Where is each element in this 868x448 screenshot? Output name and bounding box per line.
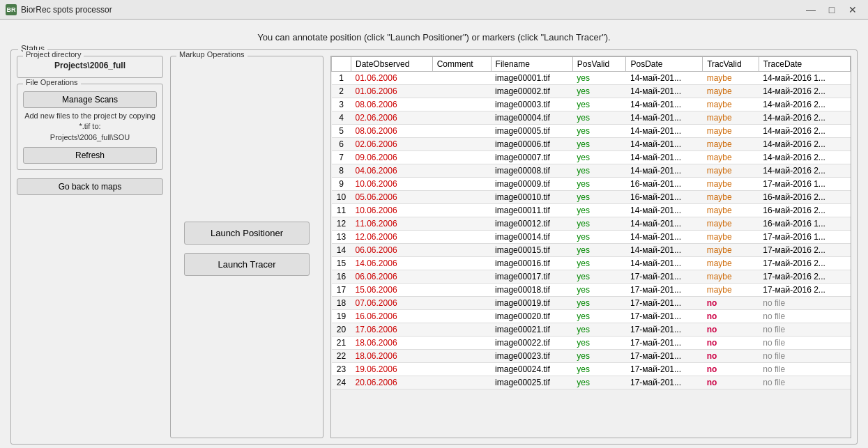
cell-pos-valid: yes <box>572 217 626 231</box>
cell-trac-valid: maybe <box>703 244 759 257</box>
cell-num: 5 <box>332 125 351 138</box>
cell-pos-valid: yes <box>572 297 626 310</box>
cell-pos-date: 14-май-201... <box>626 164 703 178</box>
cell-comment <box>432 297 491 310</box>
table-row[interactable]: 4 02.06.2006 image00004.tif yes 14-май-2… <box>332 111 851 125</box>
cell-trac-valid: no <box>703 337 759 350</box>
cell-filename: image00022.tif <box>491 337 572 350</box>
cell-date: 06.06.2006 <box>351 244 433 257</box>
cell-date: 02.06.2006 <box>351 111 433 125</box>
table-row[interactable]: 21 18.06.2006 image00022.tif yes 17-май-… <box>332 337 851 350</box>
launch-positioner-button[interactable]: Launch Positioner <box>184 222 310 245</box>
project-directory-path: Projects\2006_full <box>23 61 157 72</box>
maximize-button[interactable]: □ <box>822 2 842 17</box>
cell-num: 24 <box>332 376 351 389</box>
close-button[interactable]: ✕ <box>843 2 862 17</box>
cell-pos-valid: yes <box>572 376 626 389</box>
cell-pos-date: 14-май-201... <box>626 231 703 244</box>
cell-date: 18.06.2006 <box>351 337 433 350</box>
table-row[interactable]: 19 16.06.2006 image00020.tif yes 17-май-… <box>332 310 851 323</box>
left-panel: Project directory Projects\2006_full Fil… <box>17 56 163 438</box>
cell-num: 2 <box>332 85 351 98</box>
main-content: You can annotate position (click "Launch… <box>0 20 868 448</box>
cell-trac-valid: no <box>703 376 759 389</box>
table-row[interactable]: 13 12.06.2006 image00014.tif yes 14-май-… <box>332 231 851 244</box>
table-row[interactable]: 7 09.06.2006 image00007.tif yes 14-май-2… <box>332 151 851 164</box>
table-header-row: DateObserved Comment Filename PosValid P… <box>332 57 851 72</box>
table-row[interactable]: 20 17.06.2006 image00021.tif yes 17-май-… <box>332 323 851 337</box>
table-scroll-area[interactable]: DateObserved Comment Filename PosValid P… <box>331 56 851 438</box>
refresh-button[interactable]: Refresh <box>23 147 157 164</box>
cell-comment <box>432 164 491 178</box>
cell-trac-valid: maybe <box>703 164 759 178</box>
cell-num: 12 <box>332 217 351 231</box>
markup-operations-label: Markup Operations <box>176 50 248 59</box>
table-row[interactable]: 9 10.06.2006 image00009.tif yes 16-май-2… <box>332 178 851 191</box>
cell-num: 1 <box>332 72 351 85</box>
cell-pos-date: 17-май-201... <box>626 337 703 350</box>
cell-filename: image00009.tif <box>491 178 572 191</box>
cell-trac-valid: maybe <box>703 72 759 85</box>
cell-trace-date: 17-май-2016 1... <box>759 178 850 191</box>
cell-pos-date: 17-май-201... <box>626 270 703 284</box>
cell-pos-valid: yes <box>572 204 626 217</box>
cell-pos-date: 14-май-201... <box>626 111 703 125</box>
data-table-panel: DateObserved Comment Filename PosValid P… <box>330 56 851 438</box>
table-row[interactable]: 16 06.06.2006 image00017.tif yes 17-май-… <box>332 270 851 284</box>
table-row[interactable]: 15 14.06.2006 image00016.tif yes 14-май-… <box>332 257 851 270</box>
table-row[interactable]: 1 01.06.2006 image00001.tif yes 14-май-2… <box>332 72 851 85</box>
table-row[interactable]: 8 04.06.2006 image00008.tif yes 14-май-2… <box>332 164 851 178</box>
table-row[interactable]: 22 18.06.2006 image00023.tif yes 17-май-… <box>332 350 851 363</box>
cell-filename: image00021.tif <box>491 323 572 337</box>
table-row[interactable]: 24 20.06.2006 image00025.tif yes 17-май-… <box>332 376 851 389</box>
table-row[interactable]: 11 10.06.2006 image00011.tif yes 14-май-… <box>332 204 851 217</box>
table-row[interactable]: 10 05.06.2006 image00010.tif yes 16-май-… <box>332 191 851 204</box>
table-row[interactable]: 18 07.06.2006 image00019.tif yes 17-май-… <box>332 297 851 310</box>
markup-operations-panel: Markup Operations Launch Positioner Laun… <box>170 56 323 438</box>
col-pos-valid: PosValid <box>572 57 626 72</box>
col-trac-valid: TracValid <box>703 57 759 72</box>
cell-pos-valid: yes <box>572 337 626 350</box>
cell-pos-date: 14-май-201... <box>626 204 703 217</box>
project-directory-group: Project directory Projects\2006_full <box>17 56 163 78</box>
table-row[interactable]: 6 02.06.2006 image00006.tif yes 14-май-2… <box>332 138 851 151</box>
cell-pos-date: 14-май-201... <box>626 85 703 98</box>
table-row[interactable]: 5 08.06.2006 image00005.tif yes 14-май-2… <box>332 125 851 138</box>
table-row[interactable]: 3 08.06.2006 image00003.tif yes 14-май-2… <box>332 98 851 111</box>
cell-date: 19.06.2006 <box>351 363 433 376</box>
cell-trac-valid: maybe <box>703 151 759 164</box>
cell-trac-valid: maybe <box>703 231 759 244</box>
minimize-button[interactable]: — <box>801 2 821 17</box>
cell-trace-date: 14-май-2016 2... <box>759 151 850 164</box>
cell-filename: image00018.tif <box>491 284 572 297</box>
cell-comment <box>432 98 491 111</box>
cell-pos-date: 14-май-201... <box>626 72 703 85</box>
table-row[interactable]: 17 15.06.2006 image00018.tif yes 17-май-… <box>332 284 851 297</box>
cell-date: 11.06.2006 <box>351 217 433 231</box>
go-back-button[interactable]: Go back to maps <box>17 178 163 195</box>
cell-date: 02.06.2006 <box>351 138 433 151</box>
cell-num: 18 <box>332 297 351 310</box>
table-body: 1 01.06.2006 image00001.tif yes 14-май-2… <box>332 72 851 389</box>
cell-pos-date: 17-май-201... <box>626 284 703 297</box>
table-row[interactable]: 14 06.06.2006 image00015.tif yes 14-май-… <box>332 244 851 257</box>
cell-trace-date: 17-май-2016 2... <box>759 270 850 284</box>
table-row[interactable]: 2 01.06.2006 image00002.tif yes 14-май-2… <box>332 85 851 98</box>
cell-filename: image00008.tif <box>491 164 572 178</box>
manage-scans-button[interactable]: Manage Scans <box>23 91 157 108</box>
cell-num: 23 <box>332 363 351 376</box>
cell-pos-valid: yes <box>572 178 626 191</box>
cell-pos-valid: yes <box>572 151 626 164</box>
cell-trace-date: no file <box>759 310 850 323</box>
cell-date: 20.06.2006 <box>351 376 433 389</box>
table-row[interactable]: 23 19.06.2006 image00024.tif yes 17-май-… <box>332 363 851 376</box>
cell-comment <box>432 125 491 138</box>
launch-tracer-button[interactable]: Launch Tracer <box>184 253 310 276</box>
cell-pos-date: 16-май-201... <box>626 178 703 191</box>
cell-pos-date: 17-май-201... <box>626 310 703 323</box>
cell-date: 08.06.2006 <box>351 125 433 138</box>
cell-trace-date: 14-май-2016 2... <box>759 85 850 98</box>
cell-trac-valid: no <box>703 297 759 310</box>
cell-filename: image00004.tif <box>491 111 572 125</box>
table-row[interactable]: 12 11.06.2006 image00012.tif yes 14-май-… <box>332 217 851 231</box>
